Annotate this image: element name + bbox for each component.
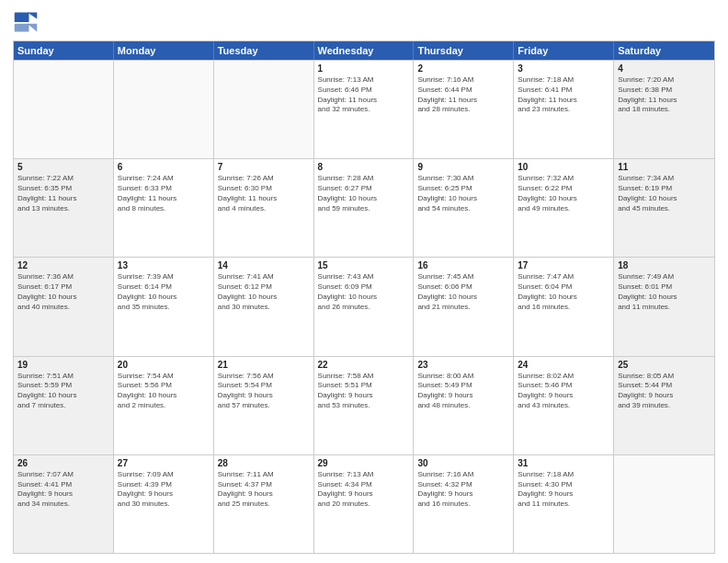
day-info: Sunrise: 7:54 AM Sunset: 5:56 PM Dayligh… — [118, 372, 210, 411]
calendar-cell: 6Sunrise: 7:24 AM Sunset: 6:33 PM Daylig… — [114, 159, 214, 257]
day-info: Sunrise: 7:26 AM Sunset: 6:30 PM Dayligh… — [218, 174, 310, 213]
day-info: Sunrise: 7:28 AM Sunset: 6:27 PM Dayligh… — [318, 174, 410, 213]
day-info: Sunrise: 7:24 AM Sunset: 6:33 PM Dayligh… — [118, 174, 210, 213]
calendar-cell: 8Sunrise: 7:28 AM Sunset: 6:27 PM Daylig… — [314, 159, 415, 257]
weekday-header-saturday: Saturday — [614, 41, 714, 60]
day-info: Sunrise: 7:18 AM Sunset: 6:41 PM Dayligh… — [518, 75, 609, 115]
day-info: Sunrise: 7:58 AM Sunset: 5:51 PM Dayligh… — [318, 372, 410, 411]
calendar-cell: 27Sunrise: 7:09 AM Sunset: 4:39 PM Dayli… — [114, 455, 214, 553]
day-info: Sunrise: 7:13 AM Sunset: 4:34 PM Dayligh… — [318, 470, 410, 510]
day-info: Sunrise: 7:30 AM Sunset: 6:25 PM Dayligh… — [417, 174, 509, 213]
day-number: 2 — [417, 63, 509, 74]
day-info: Sunrise: 7:51 AM Sunset: 5:59 PM Dayligh… — [17, 372, 109, 411]
day-number: 1 — [318, 63, 410, 74]
day-number: 30 — [417, 458, 509, 468]
day-number: 27 — [118, 458, 210, 468]
day-info: Sunrise: 7:36 AM Sunset: 6:17 PM Dayligh… — [17, 272, 109, 312]
day-info: Sunrise: 7:22 AM Sunset: 6:35 PM Dayligh… — [17, 174, 109, 213]
day-number: 16 — [417, 260, 509, 270]
day-number: 17 — [518, 260, 609, 270]
calendar-cell: 21Sunrise: 7:56 AM Sunset: 5:54 PM Dayli… — [214, 357, 314, 454]
day-info: Sunrise: 7:11 AM Sunset: 4:37 PM Dayligh… — [218, 470, 310, 510]
calendar-cell: 28Sunrise: 7:11 AM Sunset: 4:37 PM Dayli… — [214, 455, 314, 553]
calendar-cell: 9Sunrise: 7:30 AM Sunset: 6:25 PM Daylig… — [414, 159, 514, 257]
calendar-cell: 3Sunrise: 7:18 AM Sunset: 6:41 PM Daylig… — [514, 61, 614, 158]
calendar-row-4: 26Sunrise: 7:07 AM Sunset: 4:41 PM Dayli… — [14, 454, 714, 553]
day-number: 11 — [618, 162, 711, 172]
day-number: 25 — [618, 360, 711, 370]
logo-icon — [13, 9, 39, 35]
day-number: 14 — [218, 260, 310, 270]
day-info: Sunrise: 7:16 AM Sunset: 4:32 PM Dayligh… — [417, 470, 509, 510]
calendar-cell: 15Sunrise: 7:43 AM Sunset: 6:09 PM Dayli… — [314, 258, 415, 355]
calendar-row-0: 1Sunrise: 7:13 AM Sunset: 6:46 PM Daylig… — [14, 60, 714, 158]
calendar-row-2: 12Sunrise: 7:36 AM Sunset: 6:17 PM Dayli… — [14, 257, 714, 355]
day-number: 10 — [518, 162, 609, 172]
weekday-header-tuesday: Tuesday — [214, 41, 314, 60]
logo — [13, 9, 42, 35]
calendar-cell: 1Sunrise: 7:13 AM Sunset: 6:46 PM Daylig… — [314, 61, 415, 158]
day-info: Sunrise: 7:47 AM Sunset: 6:04 PM Dayligh… — [518, 272, 609, 312]
calendar-cell: 19Sunrise: 7:51 AM Sunset: 5:59 PM Dayli… — [14, 357, 114, 454]
calendar-cell: 24Sunrise: 8:02 AM Sunset: 5:46 PM Dayli… — [514, 357, 614, 454]
calendar-cell: 18Sunrise: 7:49 AM Sunset: 6:01 PM Dayli… — [614, 258, 714, 355]
weekday-header-wednesday: Wednesday — [314, 41, 415, 60]
weekday-header-thursday: Thursday — [414, 41, 514, 60]
calendar-cell: 30Sunrise: 7:16 AM Sunset: 4:32 PM Dayli… — [414, 455, 514, 553]
day-info: Sunrise: 7:20 AM Sunset: 6:38 PM Dayligh… — [618, 75, 711, 115]
day-info: Sunrise: 8:02 AM Sunset: 5:46 PM Dayligh… — [518, 372, 609, 411]
day-number: 28 — [218, 458, 310, 468]
day-number: 5 — [17, 162, 109, 172]
calendar: SundayMondayTuesdayWednesdayThursdayFrid… — [13, 40, 715, 554]
day-info: Sunrise: 7:56 AM Sunset: 5:54 PM Dayligh… — [218, 372, 310, 411]
weekday-header-sunday: Sunday — [14, 41, 114, 60]
calendar-cell — [14, 61, 114, 158]
day-info: Sunrise: 7:39 AM Sunset: 6:14 PM Dayligh… — [118, 272, 210, 312]
day-number: 29 — [318, 458, 410, 468]
calendar-cell: 29Sunrise: 7:13 AM Sunset: 4:34 PM Dayli… — [314, 455, 415, 553]
day-info: Sunrise: 8:05 AM Sunset: 5:44 PM Dayligh… — [618, 372, 711, 411]
day-info: Sunrise: 7:13 AM Sunset: 6:46 PM Dayligh… — [318, 75, 410, 115]
day-number: 19 — [17, 360, 109, 370]
calendar-cell: 5Sunrise: 7:22 AM Sunset: 6:35 PM Daylig… — [14, 159, 114, 257]
day-info: Sunrise: 7:32 AM Sunset: 6:22 PM Dayligh… — [518, 174, 609, 213]
calendar-cell: 20Sunrise: 7:54 AM Sunset: 5:56 PM Dayli… — [114, 357, 214, 454]
calendar-cell: 4Sunrise: 7:20 AM Sunset: 6:38 PM Daylig… — [614, 61, 714, 158]
day-info: Sunrise: 7:34 AM Sunset: 6:19 PM Dayligh… — [618, 174, 711, 213]
day-info: Sunrise: 7:49 AM Sunset: 6:01 PM Dayligh… — [618, 272, 711, 312]
calendar-cell — [214, 61, 314, 158]
calendar-cell: 23Sunrise: 8:00 AM Sunset: 5:49 PM Dayli… — [414, 357, 514, 454]
svg-rect-2 — [15, 13, 29, 23]
calendar-cell: 16Sunrise: 7:45 AM Sunset: 6:06 PM Dayli… — [414, 258, 514, 355]
calendar-cell: 26Sunrise: 7:07 AM Sunset: 4:41 PM Dayli… — [14, 455, 114, 553]
day-number: 18 — [618, 260, 711, 270]
day-number: 13 — [118, 260, 210, 270]
day-info: Sunrise: 7:18 AM Sunset: 4:30 PM Dayligh… — [518, 470, 609, 510]
calendar-header: SundayMondayTuesdayWednesdayThursdayFrid… — [14, 41, 714, 60]
header — [13, 9, 715, 35]
day-info: Sunrise: 7:43 AM Sunset: 6:09 PM Dayligh… — [318, 272, 410, 312]
day-info: Sunrise: 7:09 AM Sunset: 4:39 PM Dayligh… — [118, 470, 210, 510]
day-number: 24 — [518, 360, 609, 370]
page: SundayMondayTuesdayWednesdayThursdayFrid… — [0, 0, 728, 563]
calendar-row-3: 19Sunrise: 7:51 AM Sunset: 5:59 PM Dayli… — [14, 356, 714, 454]
calendar-body: 1Sunrise: 7:13 AM Sunset: 6:46 PM Daylig… — [14, 60, 714, 553]
day-number: 22 — [318, 360, 410, 370]
calendar-cell: 2Sunrise: 7:16 AM Sunset: 6:44 PM Daylig… — [414, 61, 514, 158]
weekday-header-monday: Monday — [114, 41, 214, 60]
calendar-cell — [114, 61, 214, 158]
calendar-cell: 25Sunrise: 8:05 AM Sunset: 5:44 PM Dayli… — [614, 357, 714, 454]
weekday-header-friday: Friday — [514, 41, 614, 60]
day-info: Sunrise: 7:41 AM Sunset: 6:12 PM Dayligh… — [218, 272, 310, 312]
day-info: Sunrise: 7:16 AM Sunset: 6:44 PM Dayligh… — [417, 75, 509, 115]
calendar-cell: 17Sunrise: 7:47 AM Sunset: 6:04 PM Dayli… — [514, 258, 614, 355]
svg-rect-3 — [15, 24, 29, 32]
day-number: 9 — [417, 162, 509, 172]
calendar-row-1: 5Sunrise: 7:22 AM Sunset: 6:35 PM Daylig… — [14, 158, 714, 257]
calendar-cell: 22Sunrise: 7:58 AM Sunset: 5:51 PM Dayli… — [314, 357, 415, 454]
day-number: 20 — [118, 360, 210, 370]
day-number: 7 — [218, 162, 310, 172]
day-number: 31 — [518, 458, 609, 468]
day-info: Sunrise: 8:00 AM Sunset: 5:49 PM Dayligh… — [417, 372, 509, 411]
calendar-cell: 11Sunrise: 7:34 AM Sunset: 6:19 PM Dayli… — [614, 159, 714, 257]
